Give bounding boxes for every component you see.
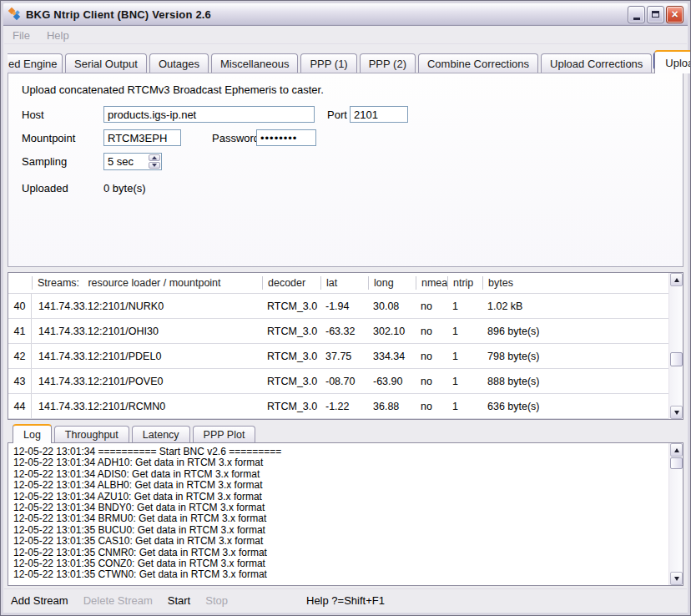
cell-long: 334.34 [368, 351, 416, 362]
tab-ppp-1[interactable]: PPP (1) [300, 53, 356, 73]
menu-help[interactable]: Help [47, 29, 69, 42]
add-stream-button[interactable]: Add Stream [11, 594, 68, 607]
cell-lat: -63.32 [320, 326, 368, 337]
cell-long: 30.08 [368, 300, 416, 312]
log-output[interactable]: 12-05-22 13:01:34 ========== Start BNC v… [8, 442, 683, 586]
cell-nmea: no [416, 326, 447, 337]
port-input[interactable] [350, 106, 408, 123]
help-hint-label: Help ?=Shift+F1 [306, 594, 385, 607]
app-window: BKG Ntrip Client (BNC) Version 2.6 × Fil… [0, 0, 691, 616]
scroll-up-button[interactable] [670, 273, 683, 286]
cell-long: 36.88 [368, 401, 416, 412]
cell-lat: -1.22 [320, 401, 368, 412]
password-label: Password [212, 132, 260, 144]
delete-stream-button[interactable]: Delete Stream [83, 594, 153, 607]
cell-ntrip: 1 [447, 351, 482, 362]
table-row[interactable]: 42 141.74.33.12:2101/PDEL0 RTCM_3.0 37.7… [8, 344, 668, 369]
column-bytes[interactable]: bytes [482, 276, 668, 290]
arrow-down-icon [674, 577, 679, 581]
column-row-number [8, 276, 32, 290]
app-icon [8, 8, 22, 21]
start-button[interactable]: Start [168, 594, 190, 607]
sampling-spinbox[interactable]: 5 sec [103, 153, 162, 170]
sampling-spin-up-button[interactable] [149, 154, 160, 161]
tab-ppp-2[interactable]: PPP (2) [360, 53, 416, 73]
statusbar: Add Stream Delete Stream Start Stop Help… [4, 588, 687, 612]
maximize-icon [652, 11, 659, 18]
cell-ntrip: 1 [447, 300, 482, 312]
cell-decoder: RTCM_3.0 [262, 326, 320, 337]
row-number[interactable]: 41 [8, 319, 32, 343]
column-nmea[interactable]: nmea [416, 276, 447, 290]
tab-miscellaneous[interactable]: Miscellaneous [211, 53, 298, 73]
tab-combine-corrections[interactable]: Combine Corrections [418, 53, 538, 73]
cell-ntrip: 1 [447, 376, 482, 387]
sampling-label: Sampling [22, 155, 67, 168]
cell-decoder: RTCM_3.0 [262, 376, 320, 387]
column-decoder[interactable]: decoder [262, 276, 320, 290]
password-input[interactable] [256, 129, 316, 146]
streams-table: Streams: resource loader / mountpoint de… [8, 272, 683, 420]
row-number[interactable]: 43 [8, 369, 32, 393]
titlebar[interactable]: BKG Ntrip Client (BNC) Version 2.6 × [3, 3, 688, 26]
close-button[interactable]: × [666, 6, 683, 23]
tab-upload-ephemeris[interactable]: Upload Ephemeris [654, 50, 691, 73]
column-long[interactable]: long [368, 276, 416, 290]
minimize-button[interactable] [628, 6, 645, 23]
host-input[interactable] [103, 106, 315, 123]
tab-latency[interactable]: Latency [132, 426, 190, 442]
menubar: File Help [4, 27, 687, 44]
panel-description: Upload concatenated RTCMv3 Broadcast Eph… [22, 83, 324, 96]
scroll-down-button[interactable] [670, 406, 683, 419]
sampling-spin-down-button[interactable] [149, 162, 160, 169]
cell-stream: 141.74.33.12:2101/NURK0 [32, 300, 262, 312]
cell-stream: 141.74.33.12:2101/PDEL0 [32, 351, 262, 362]
cell-stream: 141.74.33.12:2101/OHI30 [32, 326, 262, 337]
column-ntrip[interactable]: ntrip [447, 276, 482, 290]
table-row[interactable]: 43 141.74.33.12:2101/POVE0 RTCM_3.0 -08.… [8, 369, 668, 394]
scroll-up-button[interactable] [670, 443, 683, 457]
table-row[interactable]: 40 141.74.33.12:2101/NURK0 RTCM_3.0 -1.9… [8, 294, 668, 319]
column-streams[interactable]: Streams: resource loader / mountpoint [32, 276, 262, 290]
cell-bytes: 896 byte(s) [482, 326, 668, 337]
uploaded-label: Uploaded [22, 182, 68, 194]
table-row[interactable]: 41 141.74.33.12:2101/OHI30 RTCM_3.0 -63.… [8, 319, 668, 344]
cell-lat: -08.70 [320, 376, 368, 387]
cell-nmea: no [416, 351, 447, 362]
tab-bar: ed Engine Serial Output Outages Miscella… [8, 48, 683, 73]
upload-ephemeris-panel: Upload concatenated RTCMv3 Broadcast Eph… [8, 73, 683, 267]
scrollbar-thumb[interactable] [670, 352, 683, 366]
row-number[interactable]: 42 [8, 344, 32, 368]
cell-lat: -1.94 [320, 300, 368, 312]
tab-feed-engine[interactable]: ed Engine [8, 53, 63, 73]
mountpoint-input[interactable] [103, 129, 181, 146]
tab-log[interactable]: Log [13, 424, 52, 443]
tab-throughput[interactable]: Throughput [54, 426, 129, 442]
row-number[interactable]: 44 [8, 394, 32, 418]
column-lat[interactable]: lat [320, 276, 368, 290]
streams-scrollbar[interactable] [668, 273, 683, 419]
row-number[interactable]: 40 [8, 294, 32, 318]
menu-file[interactable]: File [13, 29, 30, 42]
tab-ppp-plot[interactable]: PPP Plot [193, 426, 256, 442]
cell-stream: 141.74.33.12:2101/RCMN0 [32, 401, 262, 412]
tab-upload-corrections[interactable]: Upload Corrections [541, 53, 652, 73]
table-row[interactable]: 44 141.74.33.12:2101/RCMN0 RTCM_3.0 -1.2… [8, 394, 668, 419]
tab-serial-output[interactable]: Serial Output [65, 53, 147, 73]
scrollbar-thumb[interactable] [670, 457, 683, 469]
maximize-button[interactable] [647, 6, 664, 23]
cell-decoder: RTCM_3.0 [262, 300, 320, 312]
sampling-value: 5 sec [104, 155, 148, 168]
tab-outages[interactable]: Outages [149, 53, 209, 73]
log-scrollbar[interactable] [668, 443, 683, 585]
log-lines: 12-05-22 13:01:34 ========== Start BNC v… [8, 443, 668, 581]
cell-long: -63.90 [368, 376, 416, 387]
cell-nmea: no [416, 300, 447, 312]
port-label: Port [327, 109, 347, 121]
mountpoint-label: Mountpoint [22, 132, 75, 144]
log-tab-bar: Log Throughput Latency PPP Plot [13, 423, 258, 442]
scroll-down-button[interactable] [670, 572, 683, 585]
cell-decoder: RTCM_3.0 [262, 351, 320, 362]
cell-long: 302.10 [368, 326, 416, 337]
stop-button[interactable]: Stop [205, 594, 228, 607]
